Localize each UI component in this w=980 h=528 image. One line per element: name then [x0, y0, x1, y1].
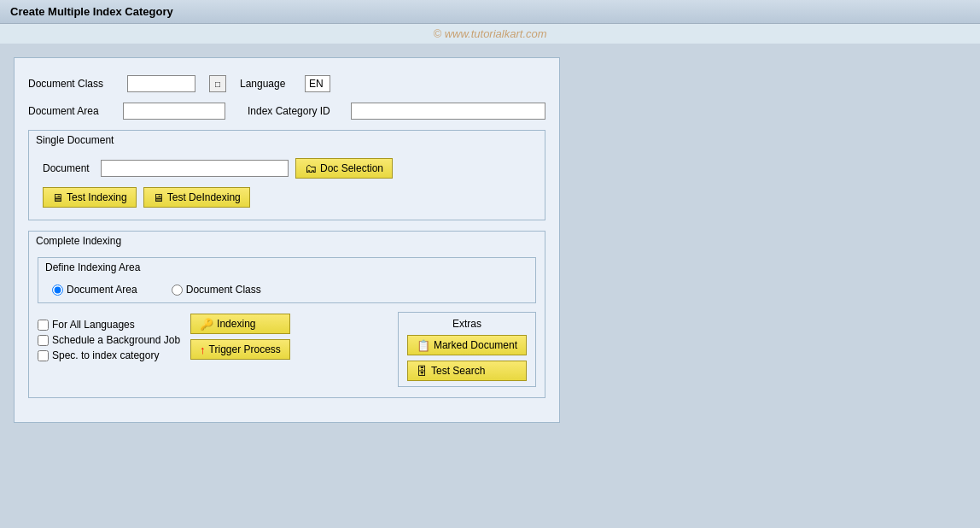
bottom-area: For All Languages Schedule a Background … — [38, 312, 536, 387]
main-area: Document Class □ Language EN Document Ar… — [0, 44, 980, 437]
language-value: EN — [305, 75, 330, 92]
for-all-languages-text: For All Languages — [52, 319, 135, 331]
form-panel: Document Class □ Language EN Document Ar… — [14, 57, 560, 423]
complete-indexing-section: Complete Indexing Define Indexing Area D… — [28, 231, 545, 398]
title-bar: Create Multiple Index Category — [0, 0, 980, 24]
test-search-button[interactable]: 🗄 Test Search — [407, 361, 527, 381]
test-search-label: Test Search — [431, 365, 485, 377]
document-area-label: Document Area — [28, 105, 109, 117]
index-category-id-input[interactable] — [351, 103, 545, 120]
radio-document-class-label[interactable]: Document Class — [172, 284, 261, 296]
radio-document-area-text: Document Area — [67, 284, 137, 296]
define-indexing-area-title: Define Indexing Area — [38, 258, 535, 277]
doc-selection-icon: 🗂 — [305, 161, 317, 175]
single-doc-actions: 🖥 Test Indexing 🖥 Test DeIndexing — [43, 187, 531, 208]
single-document-content: Document 🗂 Doc Selection 🖥 Test Indexing… — [29, 150, 545, 220]
test-indexing-button[interactable]: 🖥 Test Indexing — [43, 187, 137, 208]
for-all-languages-label[interactable]: For All Languages — [38, 319, 180, 331]
single-document-section: Single Document Document 🗂 Doc Selection… — [28, 130, 545, 220]
document-class-lookup-button[interactable]: □ — [209, 75, 226, 92]
complete-indexing-content: Define Indexing Area Document Area Docum… — [29, 250, 545, 397]
define-indexing-area-content: Document Area Document Class — [38, 277, 535, 302]
radio-document-area-label[interactable]: Document Area — [52, 284, 137, 296]
trigger-process-button[interactable]: ↑ Trigger Process — [190, 339, 290, 360]
test-deindexing-button[interactable]: 🖥 Test DeIndexing — [143, 187, 250, 208]
test-indexing-label: Test Indexing — [67, 191, 127, 203]
single-document-title: Single Document — [29, 131, 545, 150]
checkboxes-and-buttons: For All Languages Schedule a Background … — [38, 312, 367, 365]
watermark-bar: © www.tutorialkart.com — [0, 24, 980, 44]
document-area-row: Document Area Index Category ID — [28, 103, 545, 120]
indexing-label: Indexing — [217, 318, 255, 330]
extras-buttons: 📋 Marked Document 🗄 Test Search — [407, 335, 527, 381]
left-area: For All Languages Schedule a Background … — [38, 312, 367, 365]
indexing-buttons: 🔑 Indexing ↑ Trigger Process — [190, 314, 290, 360]
spec-to-index-label[interactable]: Spec. to index category — [38, 349, 180, 361]
marked-document-button[interactable]: 📋 Marked Document — [407, 335, 527, 355]
spec-to-index-checkbox[interactable] — [38, 350, 49, 361]
trigger-process-label: Trigger Process — [209, 343, 281, 355]
schedule-background-job-text: Schedule a Background Job — [52, 334, 180, 346]
extras-title: Extras — [407, 318, 527, 330]
trigger-icon: ↑ — [200, 343, 206, 356]
document-class-label: Document Class — [28, 78, 114, 90]
test-search-icon: 🗄 — [417, 365, 428, 378]
document-area-input[interactable] — [123, 103, 225, 120]
radio-document-class[interactable] — [172, 285, 183, 296]
for-all-languages-checkbox[interactable] — [38, 320, 49, 331]
checkboxes-area: For All Languages Schedule a Background … — [38, 319, 180, 365]
marked-document-icon: 📋 — [417, 339, 430, 352]
spec-to-index-text: Spec. to index category — [52, 349, 159, 361]
schedule-background-job-checkbox[interactable] — [38, 335, 49, 346]
document-input[interactable] — [101, 160, 289, 177]
complete-indexing-title: Complete Indexing — [29, 232, 545, 250]
test-deindexing-icon: 🖥 — [153, 191, 164, 204]
indexing-icon: 🔑 — [200, 318, 213, 331]
indexing-area-radio-group: Document Area Document Class — [52, 284, 522, 296]
document-row: Document 🗂 Doc Selection — [43, 158, 531, 179]
test-indexing-icon: 🖥 — [52, 191, 63, 204]
schedule-background-job-label[interactable]: Schedule a Background Job — [38, 334, 180, 346]
radio-document-class-text: Document Class — [186, 284, 261, 296]
language-label: Language — [240, 78, 291, 90]
doc-selection-label: Doc Selection — [320, 162, 383, 174]
define-indexing-area-section: Define Indexing Area Document Area Docum… — [38, 257, 536, 303]
test-deindexing-label: Test DeIndexing — [167, 191, 241, 203]
document-class-input[interactable] — [127, 75, 195, 92]
index-category-id-label: Index Category ID — [248, 105, 337, 117]
document-class-row: Document Class □ Language EN — [28, 75, 545, 92]
doc-selection-button[interactable]: 🗂 Doc Selection — [295, 158, 393, 179]
extras-box: Extras 📋 Marked Document 🗄 Test Search — [398, 312, 536, 387]
indexing-button[interactable]: 🔑 Indexing — [190, 314, 290, 334]
radio-document-area[interactable] — [52, 285, 63, 296]
marked-document-label: Marked Document — [434, 339, 517, 351]
page-title: Create Multiple Index Category — [10, 5, 173, 18]
document-label: Document — [43, 162, 94, 174]
watermark-text: © www.tutorialkart.com — [433, 27, 546, 40]
